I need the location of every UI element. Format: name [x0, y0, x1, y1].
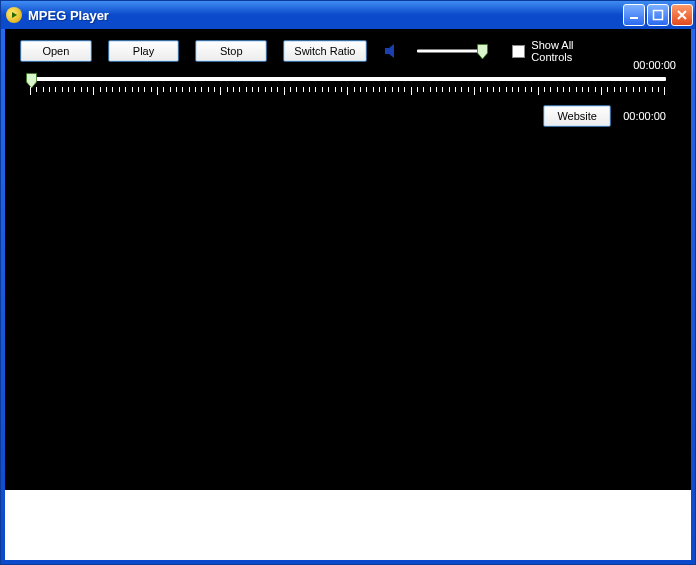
- svg-rect-0: [630, 17, 638, 19]
- video-display-area: [5, 127, 691, 490]
- toolbar-row-secondary: Website 00:00:00: [20, 105, 676, 127]
- svg-rect-1: [654, 11, 663, 20]
- close-button[interactable]: [671, 4, 693, 26]
- checkbox-box[interactable]: [512, 45, 525, 58]
- maximize-button[interactable]: [647, 4, 669, 26]
- minimize-button[interactable]: [623, 4, 645, 26]
- show-all-controls-checkbox[interactable]: Show All Controls: [512, 39, 617, 63]
- volume-thumb[interactable]: [477, 44, 488, 60]
- window-controls: [623, 4, 693, 26]
- toolbar: Open Play Stop Switch Ratio Show All Con…: [5, 29, 691, 127]
- seek-track: [30, 77, 666, 81]
- volume-icon: [383, 42, 401, 60]
- website-button[interactable]: Website: [543, 105, 611, 127]
- checkbox-label: Show All Controls: [531, 39, 617, 63]
- toolbar-row-main: Open Play Stop Switch Ratio Show All Con…: [20, 39, 676, 63]
- titlebar[interactable]: MPEG Player: [1, 1, 695, 29]
- bottom-panel: [5, 490, 691, 560]
- total-time-display: 00:00:00: [633, 59, 676, 71]
- app-window: MPEG Player Open Play Stop Switch Ratio: [0, 0, 696, 565]
- current-time-display: 00:00:00: [623, 110, 666, 122]
- play-button[interactable]: Play: [108, 40, 180, 62]
- seek-slider[interactable]: [20, 75, 676, 101]
- volume-slider[interactable]: [417, 42, 487, 60]
- window-title: MPEG Player: [28, 8, 623, 23]
- app-icon: [6, 7, 22, 23]
- open-button[interactable]: Open: [20, 40, 92, 62]
- stop-button[interactable]: Stop: [195, 40, 267, 62]
- switch-ratio-button[interactable]: Switch Ratio: [283, 40, 367, 62]
- client-area: Open Play Stop Switch Ratio Show All Con…: [5, 29, 691, 560]
- seek-ticks: [30, 87, 666, 95]
